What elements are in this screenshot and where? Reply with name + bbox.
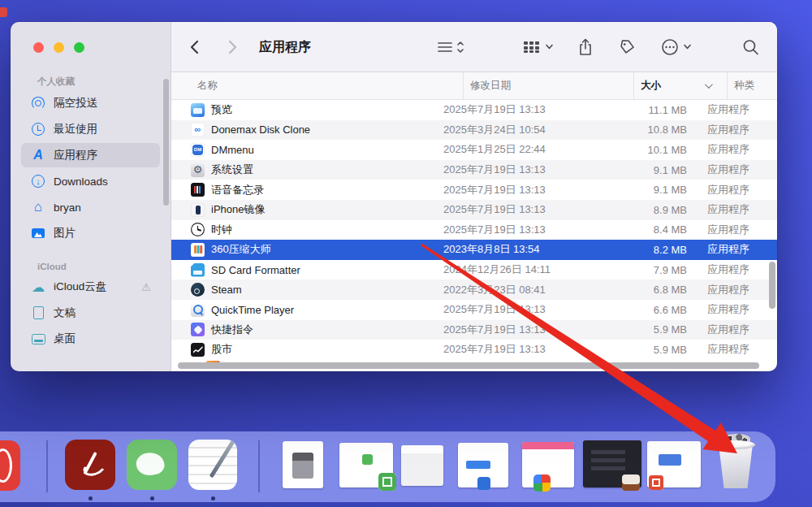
row-kind: 应用程序 [701, 223, 777, 237]
trash-rim [716, 440, 755, 449]
row-date: 2025年7月19日 13:13 [437, 342, 607, 357]
table-row[interactable]: DMmenu 2025年1月25日 22:44 10.1 MB 应用程序 [171, 140, 777, 160]
back-button[interactable] [189, 40, 199, 54]
window-controls [33, 42, 84, 53]
table-row[interactable]: 语音备忘录 2025年7月19日 13:13 9.1 MB 应用程序 [171, 180, 777, 200]
running-indicator-dot [211, 496, 215, 500]
row-name-cell: QuickTime Player [171, 303, 437, 317]
iphone-mirroring-app-icon [191, 203, 205, 217]
red-circle-app-icon[interactable] [0, 440, 20, 491]
voice-memos-app-icon [191, 183, 205, 197]
vertical-scrollbar[interactable] [769, 262, 775, 309]
file-name: 股市 [211, 342, 232, 357]
sidebar-item-label: iCloud云盘 [54, 280, 106, 294]
file-name: QuickTime Player [211, 304, 294, 316]
chevron-up-down-icon [456, 41, 464, 54]
list-view-icon [438, 41, 452, 53]
table-row[interactable]: iPhone镜像 2025年7月19日 13:13 8.9 MB 应用程序 [171, 200, 777, 220]
minimized-window-dark-thumbnail[interactable] [583, 440, 641, 488]
row-date: 2025年1月25日 22:44 [437, 142, 607, 157]
minimized-window-plain-thumbnail[interactable] [401, 445, 443, 486]
table-row[interactable]: 系统设置 2025年7月19日 13:13 9.1 MB 应用程序 [171, 160, 777, 180]
acrobat-app-icon[interactable] [65, 440, 115, 490]
notes-app-icon[interactable] [188, 440, 237, 490]
column-header-size[interactable]: 大小 [633, 72, 727, 99]
row-kind: 应用程序 [701, 283, 777, 297]
table-row[interactable]: SD Card Formatter 2024年12月26日 14:11 7.9 … [171, 260, 777, 280]
group-by-button[interactable] [523, 41, 553, 54]
table-row[interactable]: Steam 2022年3月23日 08:41 6.8 MB 应用程序 [171, 280, 777, 300]
horizontal-scrollbar[interactable] [178, 362, 759, 369]
system-settings-app-icon [191, 163, 205, 177]
more-actions-button[interactable] [661, 38, 691, 56]
table-row[interactable]: Donemax Disk Clone 2025年3月24日 10:54 10.8… [171, 120, 777, 141]
background-icon-fragment [0, 7, 7, 17]
dock-divider [258, 440, 260, 492]
sidebar-item-label: 最近使用 [54, 122, 97, 136]
forward-button[interactable] [228, 40, 238, 54]
sidebar-item-pictures[interactable]: 图片 [21, 221, 160, 245]
table-row[interactable]: 股市 2025年7月19日 13:13 5.9 MB 应用程序 [171, 340, 777, 360]
column-header-size-label: 大小 [641, 79, 661, 93]
sidebar-item-applications[interactable]: A 应用程序 [21, 143, 160, 167]
minimized-window-pink-thumbnail[interactable] [522, 442, 574, 488]
sidebar-item-label: 图片 [54, 226, 76, 240]
sidebar-item-documents[interactable]: 文稿 [21, 301, 160, 325]
sd-card-formatter-app-icon [191, 263, 205, 277]
sidebar-item-home[interactable]: ⌂ bryan [21, 195, 160, 219]
file-name: Steam [211, 284, 242, 296]
row-size: 7.9 MB [607, 264, 701, 276]
home-icon: ⌂ [30, 199, 46, 215]
column-header-name[interactable]: 名称 [171, 72, 463, 99]
row-name-cell: 时钟 [171, 223, 437, 237]
table-row[interactable]: QuickTime Player 2025年7月19日 13:13 6.6 MB… [171, 300, 777, 320]
column-header-kind[interactable]: 种类 [727, 72, 777, 99]
row-size: 5.9 MB [607, 344, 701, 356]
sidebar-item-desktop[interactable]: 桌面 [21, 327, 160, 351]
sidebar-scrollbar[interactable] [163, 79, 169, 206]
row-kind: 应用程序 [701, 302, 777, 317]
row-name-cell: 系统设置 [171, 162, 437, 177]
row-name-cell: 语音备忘录 [171, 183, 437, 197]
column-header-date[interactable]: 修改日期 [463, 72, 633, 99]
sidebar-item-icloud-drive[interactable]: ☁ iCloud云盘 ⚠ [21, 275, 160, 299]
minimized-window-green-thumbnail[interactable] [339, 443, 393, 488]
row-date: 2025年7月19日 13:13 [437, 302, 607, 317]
trash-icon[interactable] [713, 433, 758, 490]
search-button[interactable] [742, 38, 759, 55]
file-name: 语音备忘录 [211, 183, 264, 197]
view-style-button[interactable] [438, 41, 464, 54]
table-row-selected[interactable]: 360压缩大师 2023年8月8日 13:54 8.2 MB 应用程序 [171, 240, 777, 260]
running-indicator-dot [150, 496, 154, 500]
file-name: iPhone镜像 [211, 202, 265, 217]
row-size: 10.8 MB [607, 124, 701, 136]
sort-descending-icon [705, 80, 713, 89]
sidebar-item-label: 隔空投送 [54, 96, 97, 110]
tag-icon [619, 39, 635, 55]
minimized-window-blue-thumbnail[interactable] [458, 443, 508, 488]
row-name-cell: Donemax Disk Clone [171, 123, 437, 136]
table-row[interactable]: 时钟 2025年7月19日 13:13 8.4 MB 应用程序 [171, 220, 777, 240]
table-row[interactable]: 预览 2025年7月19日 13:13 11.1 MB 应用程序 [171, 100, 777, 120]
group-grid-icon [523, 41, 541, 54]
finder-main-pane: 应用程序 名称 [171, 22, 777, 371]
table-row[interactable]: 快捷指令 2025年7月19日 13:13 5.9 MB 应用程序 [171, 320, 777, 340]
row-name-cell: 快捷指令 [171, 323, 437, 337]
minimized-window-drive-thumbnail[interactable] [283, 441, 323, 488]
row-kind: 应用程序 [701, 242, 777, 257]
search-icon [742, 38, 759, 55]
row-kind: 应用程序 [701, 162, 777, 177]
shortcuts-app-icon [191, 323, 205, 336]
sidebar-item-airdrop[interactable]: 隔空投送 [21, 91, 160, 115]
sidebar-item-recents[interactable]: 最近使用 [21, 117, 160, 141]
minimize-window-button[interactable] [54, 42, 64, 53]
row-size: 8.2 MB [607, 244, 701, 256]
file-name: 系统设置 [211, 162, 253, 177]
zoom-window-button[interactable] [74, 42, 84, 53]
close-window-button[interactable] [33, 42, 44, 53]
tag-button[interactable] [619, 39, 635, 55]
green-app-icon[interactable] [127, 440, 177, 490]
share-button[interactable] [578, 38, 593, 56]
minimized-window-red-badge-thumbnail[interactable] [647, 441, 701, 488]
sidebar-item-downloads[interactable]: Downloads [21, 169, 160, 193]
